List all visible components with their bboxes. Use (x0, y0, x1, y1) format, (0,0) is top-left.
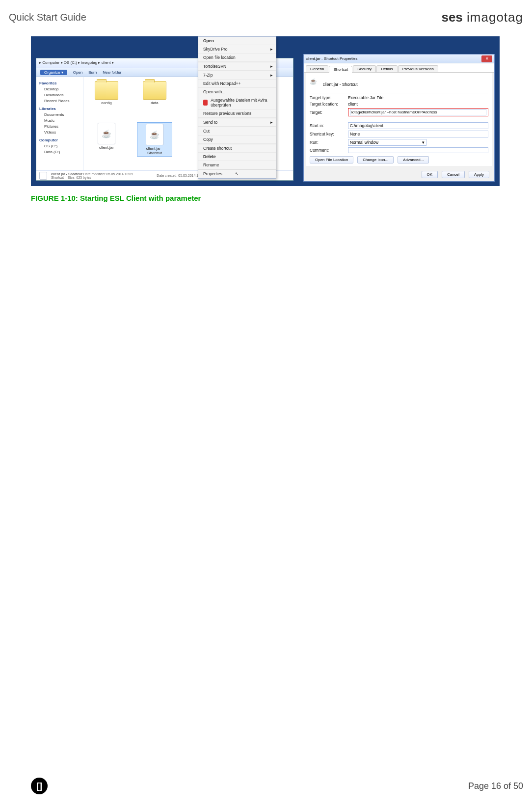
submenu-arrow-icon: ▸ (270, 73, 273, 78)
ctx-rename[interactable]: Rename (198, 161, 276, 169)
nav-os-c[interactable]: OS (C:) (39, 144, 80, 148)
nav-pictures[interactable]: Pictures (39, 124, 80, 129)
explorer-nav: Favorites Desktop Downloads Recent Place… (36, 77, 83, 170)
file-label: config (101, 101, 111, 105)
ctx-restore[interactable]: Restore previous versions (198, 109, 276, 118)
toolbar-burn[interactable]: Burn (88, 70, 97, 75)
ctx-sendto[interactable]: Send to▸ (198, 118, 276, 127)
change-icon-button[interactable]: Change Icon... (357, 156, 394, 163)
shortcutkey-value[interactable]: None (348, 131, 488, 137)
target-location-label: Target location: (310, 102, 348, 107)
nav-videos[interactable]: Videos (39, 130, 80, 135)
ctx-properties[interactable]: Properties ↖ (198, 170, 276, 178)
ctx-create-shortcut[interactable]: Create shortcut (198, 144, 276, 153)
logo-bold: ses (441, 10, 462, 25)
page-header: Quick Start Guide ses imagotag (9, 10, 523, 25)
file-clientjar[interactable]: ☕client.jar (89, 123, 124, 156)
nav-music[interactable]: Music (39, 118, 80, 123)
tab-details[interactable]: Details (376, 65, 397, 72)
status-type: Shortcut (51, 176, 64, 179)
context-menu: Open SkyDrive Pro▸ Open file location To… (198, 36, 276, 179)
file-clientjar-shortcut[interactable]: ☕client.jar -Shortcut (137, 123, 172, 156)
breadcrumb[interactable]: ▸ Computer ▸ OS (C:) ▸ imagotag ▸ client… (39, 60, 114, 65)
file-config[interactable]: config (89, 81, 124, 105)
target-field-highlight (348, 108, 488, 116)
avira-icon (203, 100, 208, 106)
figure-caption: FIGURE 1-10: Starting ESL Client with pa… (31, 194, 201, 202)
toolbar-newfolder[interactable]: New folder (103, 70, 121, 75)
toolbar-open[interactable]: Open (73, 70, 83, 75)
status-mod: 05.05.2014 10:09 (106, 172, 133, 176)
nav-recent[interactable]: Recent Places (39, 99, 80, 103)
shortcut-name: client.jar - Shortcut (323, 82, 358, 87)
ctx-skydrive[interactable]: SkyDrive Pro▸ (198, 45, 276, 54)
ctx-open[interactable]: Open (198, 37, 276, 45)
status-modlabel: Date modified: (83, 172, 106, 176)
advanced-button[interactable]: Advanced... (398, 156, 429, 163)
brand-logo: ses imagotag (441, 10, 523, 25)
ctx-notepadpp[interactable]: Edit with Notepad++ (198, 80, 276, 88)
run-select[interactable]: Normal window▾ (348, 139, 426, 146)
open-file-location-button[interactable]: Open File Location (310, 156, 353, 163)
file-label: Shortcut (147, 151, 162, 155)
nav-documents[interactable]: Documents (39, 112, 80, 117)
cancel-button[interactable]: Cancel (442, 171, 465, 178)
ctx-avira[interactable]: Ausgewählte Dateien mit Avira überprüfen (198, 96, 276, 109)
ctx-label: Ausgewählte Dateien mit Avira überprüfen (211, 98, 271, 108)
folder-icon (143, 81, 166, 100)
tab-previous-versions[interactable]: Previous Versions (398, 65, 438, 72)
file-data[interactable]: data (137, 81, 172, 105)
guide-title: Quick Start Guide (9, 12, 86, 23)
properties-dialog: client.jar - Shortcut Properties ✕ Gener… (303, 54, 495, 182)
status-icon (39, 172, 47, 180)
tab-shortcut[interactable]: Shortcut (329, 66, 352, 73)
ctx-label: 7-Zip (203, 73, 213, 78)
ctx-openwith[interactable]: Open with... (198, 88, 276, 96)
close-button[interactable]: ✕ (481, 55, 492, 62)
target-label: Target: (310, 110, 348, 115)
shortcut-icon: ☕ (310, 78, 320, 91)
status-createdlabel: Date created: (157, 174, 177, 177)
nav-desktop[interactable]: Desktop (39, 87, 80, 91)
target-type-label: Target type: (310, 95, 348, 100)
status-name: client.jar - Shortcut (51, 172, 82, 176)
ctx-delete[interactable]: Delete (198, 153, 276, 161)
file-label: data (151, 101, 159, 105)
file-label: client.jar (99, 145, 114, 150)
dialog-titlebar[interactable]: client.jar - Shortcut Properties ✕ (304, 54, 494, 63)
ok-button[interactable]: OK (422, 171, 438, 178)
run-value: Normal window (350, 140, 378, 145)
comment-label: Comment: (310, 148, 348, 153)
nav-favorites[interactable]: Favorites (39, 81, 80, 85)
ctx-label: TortoiseSVN (203, 64, 226, 69)
file-label: client.jar - (146, 146, 163, 151)
nav-data-d[interactable]: Data (D:) (39, 150, 80, 154)
ctx-7zip[interactable]: 7-Zip▸ (198, 71, 276, 80)
tab-general[interactable]: General (306, 65, 328, 72)
ctx-copy[interactable]: Copy (198, 135, 276, 144)
footer-badge: [] (31, 778, 48, 794)
startin-value[interactable]: C:\imagotag\client (348, 122, 488, 129)
status-sizelabel: Size: (68, 176, 76, 179)
apply-button[interactable]: Apply (469, 171, 489, 178)
cursor-icon: ↖ (235, 171, 239, 176)
jar-icon: ☕ (98, 123, 115, 144)
logo-light: imagotag (463, 10, 523, 25)
dialog-title: client.jar - Shortcut Properties (306, 56, 357, 61)
ctx-cut[interactable]: Cut (198, 127, 276, 135)
chevron-down-icon: ▾ (422, 140, 425, 145)
nav-downloads[interactable]: Downloads (39, 93, 80, 97)
nav-libraries[interactable]: Libraries (39, 107, 80, 111)
tab-security[interactable]: Security (353, 65, 376, 72)
ctx-tortoisesvn[interactable]: TortoiseSVN▸ (198, 62, 276, 71)
ctx-open-location[interactable]: Open file location (198, 54, 276, 62)
target-location-value: client (348, 102, 488, 107)
target-input[interactable] (350, 109, 486, 115)
page-number: Page 16 of 50 (468, 781, 523, 791)
comment-input[interactable] (348, 147, 488, 153)
run-label: Run: (310, 140, 348, 145)
submenu-arrow-icon: ▸ (270, 120, 273, 125)
submenu-arrow-icon: ▸ (270, 64, 273, 69)
nav-computer[interactable]: Computer (39, 138, 80, 142)
organize-button[interactable]: Organize ▾ (40, 70, 67, 75)
